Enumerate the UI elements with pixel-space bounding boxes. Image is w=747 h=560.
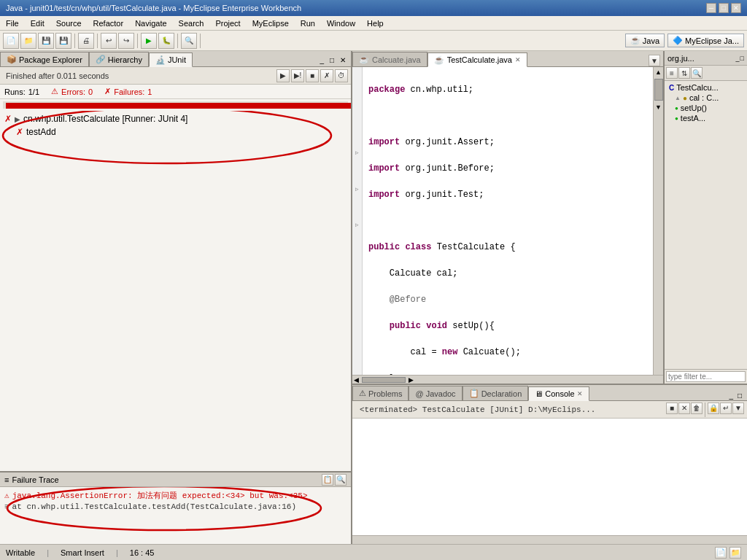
save-all-button[interactable]: 💾 bbox=[55, 33, 71, 49]
outline-collapse-button[interactable]: ≡ bbox=[666, 67, 678, 79]
myeclipse-perspective-button[interactable]: 🔷 MyEclipse Ja... bbox=[667, 34, 744, 47]
code-content[interactable]: package cn.whp.util; import org.junit.As… bbox=[363, 67, 653, 375]
java-perspective-button[interactable]: ☕ Java bbox=[625, 34, 665, 47]
toolbar-sep-1 bbox=[74, 34, 75, 48]
junit-test-class[interactable]: ✗ ▶ cn.whp.util.TestCalculate [Runner: J… bbox=[1, 112, 349, 125]
status-sep-1: | bbox=[47, 548, 49, 557]
history-button[interactable]: ⏱ bbox=[335, 69, 348, 82]
editor-controls: ▼ bbox=[649, 55, 663, 66]
console-terminate-button[interactable]: ■ bbox=[666, 402, 678, 414]
outline-field-cal[interactable]: ▲ ● cal : C... bbox=[666, 93, 746, 103]
tab-javadoc[interactable]: @ Javadoc bbox=[409, 386, 462, 400]
menu-run[interactable]: Run bbox=[298, 18, 318, 28]
console-scrollbar-h[interactable] bbox=[352, 535, 747, 544]
outline-min-button[interactable]: _ bbox=[736, 55, 740, 62]
close-tab-button[interactable]: ✕ bbox=[515, 56, 521, 63]
bottom-minimize-button[interactable]: _ bbox=[727, 391, 735, 400]
scroll-lock-button[interactable]: 🔒 bbox=[708, 402, 719, 414]
tab-console[interactable]: 🖥 Console ✕ bbox=[528, 386, 589, 401]
trace-line-2: ≡ at cn.whp.util.TestCalculate.testAdd(T… bbox=[4, 502, 347, 512]
status-open-button[interactable]: 📁 bbox=[729, 547, 741, 559]
tab-declaration[interactable]: 📋 Declaration bbox=[462, 386, 529, 400]
scrollbar-thumb[interactable] bbox=[654, 79, 663, 101]
bottom-panel: ⚠ Problems @ Javadoc 📋 Declaration 🖥 Con… bbox=[352, 384, 747, 544]
center-right-section: ☕ Calcuate.java ☕ TestCalculate.java ✕ ▼ bbox=[352, 51, 747, 544]
trace-content: ⚠ java.lang.AssertionError: 加法有问题 expect… bbox=[0, 487, 351, 544]
show-failed-button[interactable]: ✗ bbox=[320, 69, 333, 82]
bottom-maximize-button[interactable]: □ bbox=[735, 391, 744, 400]
stop-button[interactable]: ■ bbox=[306, 69, 319, 82]
close-panel-button[interactable]: ✕ bbox=[338, 55, 348, 65]
console-area: <terminated> TestCalculate [JUnit] D:\My… bbox=[352, 401, 747, 544]
status-new-button[interactable]: 📄 bbox=[715, 547, 727, 559]
junit-tree[interactable]: ✗ ▶ cn.whp.util.TestCalculate [Runner: J… bbox=[0, 111, 351, 471]
run-button[interactable]: ▶ bbox=[141, 33, 157, 49]
trace-stack-icon: ≡ bbox=[4, 502, 9, 511]
code-line-3: import org.junit.Assert; bbox=[368, 136, 647, 149]
word-wrap-button[interactable]: ↵ bbox=[720, 402, 732, 414]
console-clear-button[interactable]: 🗑 bbox=[691, 402, 703, 414]
save-button[interactable]: 💾 bbox=[38, 33, 54, 49]
tab-testcalcuate[interactable]: ☕ TestCalculate.java ✕ bbox=[427, 52, 527, 67]
scrollbar-up[interactable]: ▲ bbox=[654, 67, 663, 77]
menu-myeclipse[interactable]: MyEclipse bbox=[249, 18, 292, 28]
outline-filter-button[interactable]: 🔍 bbox=[691, 67, 703, 79]
menu-refactor[interactable]: Refactor bbox=[90, 18, 127, 28]
scrollbar-down[interactable]: ▼ bbox=[654, 102, 663, 112]
undo-button[interactable]: ↩ bbox=[101, 33, 117, 49]
debug-button[interactable]: 🐛 bbox=[158, 33, 174, 49]
outline-method-testadd[interactable]: ● testA... bbox=[666, 113, 746, 123]
open-console-button[interactable]: ▼ bbox=[732, 402, 744, 414]
menu-source[interactable]: Source bbox=[53, 18, 85, 28]
editor-area[interactable]: ▹ ▹ ▹ package cn.whp.util; import org.ju… bbox=[352, 67, 663, 375]
trace-filter-button[interactable]: 🔍 bbox=[335, 474, 347, 486]
menu-navigate[interactable]: Navigate bbox=[132, 18, 169, 28]
trace-controls: 📋 🔍 bbox=[322, 474, 347, 486]
junit-test-method[interactable]: ✗ testAdd bbox=[1, 125, 349, 139]
tab-package-explorer[interactable]: 📦 Package Explorer bbox=[0, 52, 89, 66]
tab-hierarchy[interactable]: 🔗 Hierarchy bbox=[89, 52, 149, 66]
collapse-arrow-class[interactable]: ▹ bbox=[352, 149, 362, 159]
left-panel-controls: _ □ ✕ bbox=[314, 54, 351, 66]
menu-file[interactable]: File bbox=[3, 18, 22, 28]
outline-filter-input[interactable] bbox=[666, 371, 746, 382]
tab-problems[interactable]: ⚠ Problems bbox=[352, 386, 409, 400]
outline-max-button[interactable]: □ bbox=[740, 55, 744, 62]
editor-scrollbar-h[interactable]: ◀ ▶ bbox=[352, 375, 663, 384]
toolbar-sep-3 bbox=[137, 34, 138, 48]
console-toolbar-buttons: ■ ✕ 🗑 🔒 ↵ ▼ bbox=[666, 402, 744, 417]
menu-search[interactable]: Search bbox=[176, 18, 207, 28]
menu-help[interactable]: Help bbox=[364, 18, 387, 28]
trace-copy-button[interactable]: 📋 bbox=[322, 474, 333, 486]
tab-junit[interactable]: 🔬 JUnit bbox=[149, 52, 193, 67]
editor-menu-button[interactable]: ▼ bbox=[649, 55, 660, 66]
h-scrollbar-thumb[interactable] bbox=[362, 377, 406, 383]
outline-class[interactable]: C TestCalcu... bbox=[666, 82, 746, 93]
new-button[interactable]: 📄 bbox=[3, 33, 19, 49]
outline-method-setup[interactable]: ● setUp() bbox=[666, 103, 746, 113]
print-button[interactable]: 🖨 bbox=[78, 33, 94, 49]
collapse-arrow-test[interactable]: ▹ bbox=[352, 221, 362, 231]
outline-sort-button[interactable]: ⇅ bbox=[678, 67, 690, 79]
collapse-arrow-before[interactable]: ▹ bbox=[352, 185, 362, 195]
close-console-tab[interactable]: ✕ bbox=[577, 390, 583, 397]
menu-project[interactable]: Project bbox=[212, 18, 243, 28]
rerun-button[interactable]: ▶ bbox=[276, 69, 290, 82]
rerun-failed-button[interactable]: ▶! bbox=[291, 69, 304, 82]
console-remove-button[interactable]: ✕ bbox=[678, 402, 690, 414]
maximize-panel-button[interactable]: □ bbox=[328, 55, 336, 65]
editor-scrollbar-v[interactable]: ▲ ▼ bbox=[653, 67, 663, 375]
menu-edit[interactable]: Edit bbox=[28, 18, 47, 28]
maximize-button[interactable]: □ bbox=[719, 3, 729, 13]
minimize-button[interactable]: ─ bbox=[706, 3, 716, 13]
window-controls[interactable]: ─ □ ✕ bbox=[706, 3, 741, 13]
open-button[interactable]: 📁 bbox=[20, 33, 36, 49]
redo-button[interactable]: ↪ bbox=[118, 33, 134, 49]
minimize-panel-button[interactable]: _ bbox=[317, 55, 326, 65]
close-button[interactable]: ✕ bbox=[731, 3, 741, 13]
failures-stat: ✗ Failures: 1 bbox=[104, 87, 152, 96]
tab-calcuate[interactable]: ☕ Calcuate.java bbox=[352, 52, 427, 66]
menu-window[interactable]: Window bbox=[324, 18, 358, 28]
progress-bar-container bbox=[3, 101, 348, 109]
search-button[interactable]: 🔍 bbox=[181, 33, 197, 49]
